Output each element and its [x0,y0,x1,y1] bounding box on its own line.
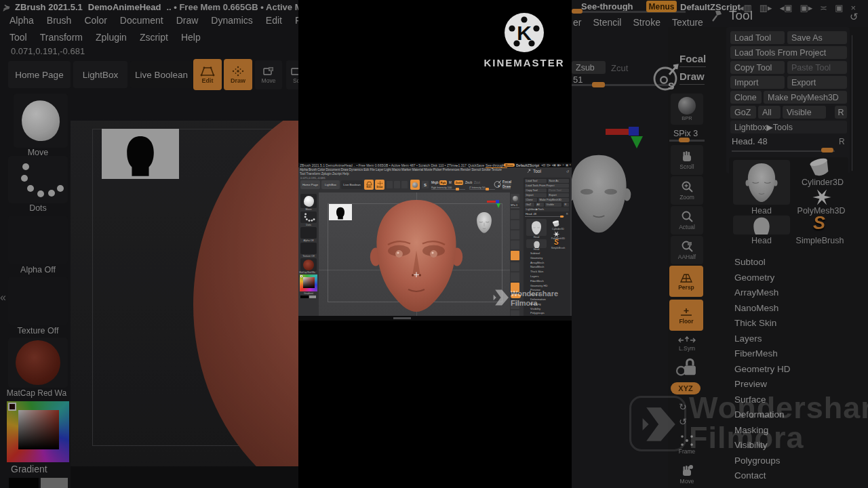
mini-canvas[interactable] [319,192,510,316]
actual-size-button[interactable]: Actual [671,206,703,235]
mini-sculptris-button[interactable] [410,180,420,190]
mini-simplebrush-icon[interactable]: S [554,239,559,246]
menu-item[interactable]: Transform [40,32,83,43]
tool-section-item[interactable]: Contact [734,468,791,484]
mini-persp-button[interactable] [511,251,519,260]
load-tools-from-project-button[interactable]: Load Tools From Project [730,46,847,59]
tool-section-item[interactable]: Thick Skin [734,316,791,331]
home-page-button[interactable]: Home Page [8,61,71,88]
mini-goz[interactable]: GoZ [525,203,534,207]
menu-item[interactable]: Draw [176,15,199,26]
mini-scale-gyro[interactable] [394,181,400,188]
mini-window-icons[interactable]: ◂▥ ▥▸ ◂▣ ▣▸ ≍ ▣ × [541,163,571,167]
mini-zsub-chip[interactable]: Zsub [465,181,472,184]
mini-goz-all[interactable]: All [536,203,544,207]
mini-menus-button[interactable]: Menus [504,163,515,167]
mini-lock-button[interactable] [511,272,519,281]
load-tool-button[interactable]: Load Tool [730,31,785,44]
tool-thumb-head[interactable] [733,160,790,205]
lightbox-tools-bar[interactable]: Lightbox▶Tools [730,121,847,134]
menu-item[interactable]: Tool [9,32,27,43]
goz-r-button[interactable]: R [835,106,847,119]
make-polymesh3d-button[interactable]: Make PolyMesh3D [764,91,847,104]
window-control-icon[interactable]: ▥▸ [760,3,772,13]
simplebrush-icon[interactable]: S [813,213,825,234]
mini-zcut-chip[interactable]: Zcut [474,181,480,184]
mini-brush-s-button[interactable]: S [422,181,429,188]
tool-section-item[interactable]: NanoMesh [734,301,791,317]
window-control-icon[interactable]: ◂▣ [780,3,793,13]
tool-section-item[interactable]: ArrayMesh [734,285,791,301]
mini-export[interactable]: Export [548,193,569,197]
mini-import[interactable]: Import [525,193,547,197]
tool-section-item[interactable]: Subtool [734,255,791,270]
mini-m-chip[interactable]: M [449,181,452,184]
menu-item[interactable]: Dynamics [211,15,252,26]
scale-button-partial[interactable]: Sc [286,60,298,89]
mini-live-boolean[interactable]: Live Boolean [341,180,363,189]
mini-shelf-texture[interactable] [300,243,317,254]
gizmo-axis-blue[interactable] [629,127,639,136]
mini-zadd-chip[interactable]: Zadd [454,180,463,185]
mini-shelf-dots[interactable] [300,211,317,223]
menu-item[interactable]: Document [120,15,163,26]
menu-item[interactable]: Color [84,15,106,26]
mini-load-from-project[interactable]: Load Tools From Project [525,184,569,188]
color-picker-square[interactable] [18,410,59,449]
tool-section-item[interactable]: Geometry HD [734,362,791,378]
gizmo-axis-red[interactable] [606,129,629,135]
mini-shelf-matcap[interactable] [300,258,317,271]
tool-section-item[interactable]: Layers [734,331,791,347]
menu-item[interactable]: Edit [266,15,282,26]
alpha-thumbnail[interactable] [8,216,68,264]
goz-visible-button[interactable]: Visible [783,106,826,119]
copy-tool-button[interactable]: Copy Tool [730,61,785,74]
tool-section-item[interactable]: FiberMesh [734,346,791,362]
goz-button[interactable]: GoZ [730,106,756,119]
persp-button[interactable]: Persp [669,266,703,297]
mini-clone[interactable]: Clone [525,198,537,202]
move-doc-button[interactable]: Move [672,461,702,488]
mini-shelf-move[interactable] [300,194,317,208]
mini-home-page[interactable]: Home Page [300,180,320,189]
see-through-slider-handle[interactable] [572,9,583,14]
bpr-render-button[interactable]: BPR [671,94,703,125]
menu-item[interactable]: Zplugin [96,32,127,43]
menu-item[interactable]: Stencil [593,17,621,28]
tray-divider-arrow[interactable]: « [0,291,6,304]
color-picker[interactable] [7,401,69,462]
mini-head-slider[interactable] [525,216,564,217]
material-thumbnail[interactable] [8,338,68,388]
mini-head-slider-handle[interactable] [560,216,564,218]
tool-thumb-head-small[interactable] [733,216,790,235]
local-symmetry-button[interactable]: L.Sym [672,333,702,354]
spix-slider-handle[interactable] [679,138,690,142]
paste-tool-button[interactable]: Paste Tool [787,61,847,74]
mini-cylinder-icon[interactable] [551,220,561,228]
brush-thumbnail-move[interactable] [14,94,68,148]
mini-edit-button[interactable]: Edit [364,180,374,190]
polymesh3d-star-icon[interactable] [809,187,835,207]
head-slider-handle[interactable] [821,148,833,152]
edit-button[interactable]: Edit [193,59,222,90]
floor-button[interactable]: Floor [669,300,703,331]
menu-item[interactable]: Stroke [633,17,660,28]
mini-gizmo-blue[interactable] [496,200,499,203]
mini-actual-button[interactable] [511,230,519,239]
mini-gizmo-green[interactable] [496,203,500,208]
head-slider[interactable] [732,150,835,152]
cylinder3d-icon[interactable] [805,156,835,179]
mini-z-slider[interactable] [469,189,495,190]
move-gyro-button[interactable]: M Move [255,60,282,89]
mini-gizmo-red[interactable] [487,201,496,203]
mini-z-slider-handle[interactable] [486,188,489,190]
stroke-thumbnail-dots[interactable] [8,156,68,203]
mini-thumb-head[interactable] [526,219,547,236]
mini-scroll-button[interactable] [511,210,519,219]
tool-reset-icon[interactable]: ↺ [850,11,859,23]
mini-thumb-head-small[interactable] [526,239,547,248]
mini-move-gyro[interactable] [387,181,393,188]
lightbox-button[interactable]: LightBox [73,61,127,88]
menu-item[interactable]: Texture [672,17,703,28]
texture-thumbnail[interactable] [8,277,68,325]
